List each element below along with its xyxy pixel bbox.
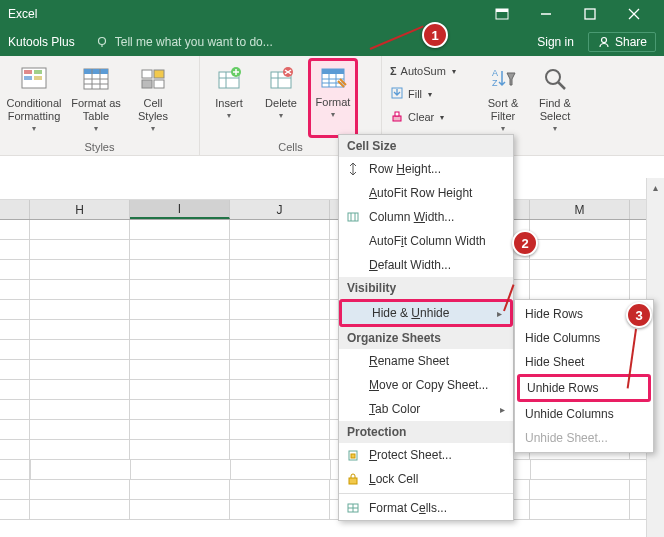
svg-rect-23 [154, 80, 164, 88]
menu-default-width[interactable]: Default Width... [339, 253, 513, 277]
svg-rect-13 [34, 76, 42, 80]
menu-tab-color[interactable]: Tab Color ▸ [339, 397, 513, 421]
autosum-label: AutoSum [401, 65, 446, 77]
callout-1: 1 [422, 22, 448, 48]
submenu-unhide-cols-label: Unhide Columns [525, 407, 614, 421]
col-header-gutter [0, 200, 30, 219]
delete-label: Delete [265, 97, 297, 110]
submenu-unhide-cols[interactable]: Unhide Columns [515, 402, 653, 426]
svg-point-47 [546, 70, 560, 84]
sort-filter-button[interactable]: AZ Sort & Filter▾ [478, 58, 528, 138]
submenu-unhide-rows[interactable]: Unhide Rows [517, 374, 651, 402]
menu-rename-sheet-label: Rename Sheet [369, 354, 449, 368]
menu-tab-color-label: Tab Color [369, 402, 420, 416]
svg-rect-11 [34, 70, 42, 74]
menu-rename-sheet[interactable]: Rename Sheet [339, 349, 513, 373]
menu-move-copy-sheet[interactable]: Move or Copy Sheet... [339, 373, 513, 397]
find-select-icon [539, 63, 571, 95]
signin-link[interactable]: Sign in [537, 35, 574, 49]
share-button[interactable]: Share [588, 32, 656, 52]
format-dropdown-menu: Cell Size Row Height... AutoFit Row Heig… [338, 134, 514, 521]
menu-hide-unhide[interactable]: Hide & Unhide ▸ [339, 299, 513, 327]
submenu-unhide-sheet: Unhide Sheet... [515, 426, 653, 450]
row-height-icon [345, 161, 361, 177]
ribbon-display-options[interactable] [480, 0, 524, 28]
svg-rect-20 [142, 70, 152, 78]
svg-point-8 [601, 38, 606, 43]
submenu-unhide-sheet-label: Unhide Sheet... [525, 431, 608, 445]
format-cells-icon [345, 500, 361, 516]
menu-lock-cell[interactable]: Lock Cell [339, 467, 513, 491]
share-icon [597, 35, 611, 49]
menu-format-cells-label: Format Cells... [369, 501, 447, 515]
svg-rect-22 [142, 80, 152, 88]
format-as-table-button[interactable]: Format as Table▾ [66, 58, 126, 138]
menu-format-cells[interactable]: Format Cells... [339, 496, 513, 520]
find-select-button[interactable]: Find & Select▾ [530, 58, 580, 138]
menu-protect-sheet[interactable]: Protect Sheet... [339, 443, 513, 467]
minimize-button[interactable] [524, 0, 568, 28]
submenu-arrow-icon: ▸ [497, 308, 502, 319]
ribbon-group-styles: Conditional Formatting▾ Format as Table▾… [0, 56, 200, 155]
fill-button[interactable]: Fill▾ [386, 83, 476, 105]
delete-icon [265, 63, 297, 95]
format-as-table-icon [80, 63, 112, 95]
menu-section-cell-size: Cell Size [339, 135, 513, 157]
clear-button[interactable]: Clear▾ [386, 106, 476, 128]
autosum-button[interactable]: ΣAutoSum▾ [386, 60, 476, 82]
svg-rect-44 [395, 112, 399, 116]
menu-section-visibility: Visibility [339, 277, 513, 299]
clear-label: Clear [408, 111, 434, 123]
insert-button[interactable]: Insert▾ [204, 58, 254, 138]
col-width-icon [345, 209, 361, 225]
submenu-hide-cols-label: Hide Columns [525, 331, 600, 345]
menu-move-copy-sheet-label: Move or Copy Sheet... [369, 378, 488, 392]
close-button[interactable] [612, 0, 656, 28]
svg-rect-21 [154, 70, 164, 78]
fill-label: Fill [408, 88, 422, 100]
format-as-table-label: Format as Table [71, 97, 121, 123]
delete-button[interactable]: Delete▾ [256, 58, 306, 138]
col-header-j[interactable]: J [230, 200, 330, 219]
conditional-formatting-button[interactable]: Conditional Formatting▾ [4, 58, 64, 138]
menu-autofit-col-label: AutoFit Column Width [369, 234, 486, 248]
svg-rect-15 [84, 69, 108, 74]
svg-rect-1 [496, 9, 508, 12]
column-headers: H I J K L M [0, 200, 664, 220]
svg-rect-49 [348, 213, 358, 221]
tell-me-search[interactable]: Tell me what you want to do... [95, 35, 273, 49]
menu-col-width-label: Column Width... [369, 210, 454, 224]
svg-rect-53 [351, 454, 355, 458]
sigma-icon: Σ [390, 65, 397, 77]
col-header-i[interactable]: I [130, 200, 230, 219]
format-label: Format [316, 96, 351, 109]
menu-col-width[interactable]: Column Width... [339, 205, 513, 229]
svg-line-48 [558, 82, 565, 89]
cell-styles-button[interactable]: Cell Styles▾ [128, 58, 178, 138]
submenu-hide-sheet-label: Hide Sheet [525, 355, 584, 369]
app-title: Excel [8, 7, 37, 21]
sort-filter-label: Sort & Filter [488, 97, 519, 123]
col-header-h[interactable]: H [30, 200, 130, 219]
maximize-button[interactable] [568, 0, 612, 28]
format-button[interactable]: Format▾ [308, 58, 358, 138]
menu-autofit-row[interactable]: AutoFit Row Height [339, 181, 513, 205]
conditional-formatting-icon [18, 63, 50, 95]
callout-3: 3 [626, 302, 652, 328]
cell-styles-icon [137, 63, 169, 95]
cell-styles-label: Cell Styles [138, 97, 168, 123]
menu-lock-cell-label: Lock Cell [369, 472, 418, 486]
menu-row-height[interactable]: Row Height... [339, 157, 513, 181]
submenu-hide-rows-label: Hide Rows [525, 307, 583, 321]
tell-me-label: Tell me what you want to do... [115, 35, 273, 49]
insert-icon [213, 63, 245, 95]
svg-text:Z: Z [492, 78, 498, 88]
tabbar: Kutools Plus Tell me what you want to do… [0, 28, 664, 56]
scroll-up-icon[interactable]: ▴ [647, 178, 664, 196]
menu-autofit-col[interactable]: AutoFit Column Width [339, 229, 513, 253]
svg-rect-43 [393, 116, 401, 121]
insert-label: Insert [215, 97, 243, 110]
menu-protect-sheet-label: Protect Sheet... [369, 448, 452, 462]
ribbon-tab-kutools-plus[interactable]: Kutools Plus [8, 35, 75, 49]
col-header-m[interactable]: M [530, 200, 630, 219]
